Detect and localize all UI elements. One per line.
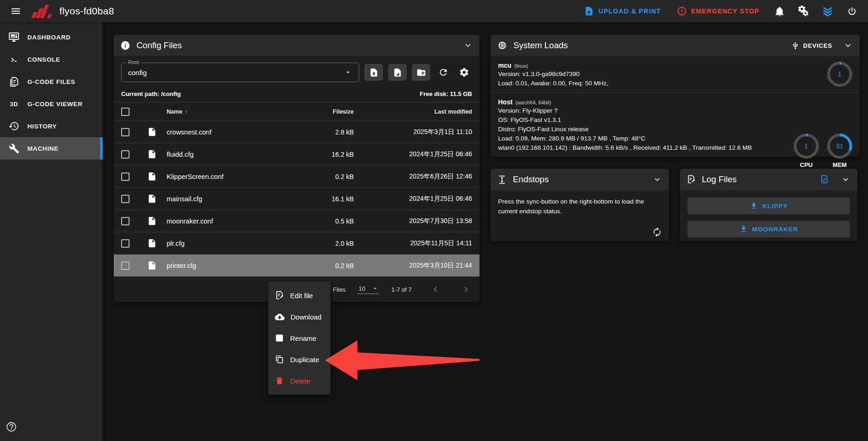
row-checkbox[interactable] <box>121 262 130 270</box>
sidebar-item-gcode-files[interactable]: G-CODE FILES <box>0 70 103 93</box>
log-files-title: Log Files <box>702 174 737 185</box>
sidebar-item-gcode-viewer[interactable]: 3D G-CODE VIEWER <box>0 93 103 115</box>
log-files-header: Log Files <box>680 169 857 190</box>
file-icon <box>147 194 167 204</box>
cloud-download-icon <box>275 312 285 322</box>
table-row[interactable]: mainsail.cfg 16.1 kB 2024年1月25日 06:46 <box>114 188 479 210</box>
sidebar-nav: DASHBOARD CONSOLE G-CODE FILES 3D G-CODE… <box>0 22 103 441</box>
upload-file-button[interactable] <box>364 64 383 81</box>
refresh-button[interactable] <box>435 64 451 81</box>
table-row[interactable]: moonraker.conf 0.5 kB 2025年7月30日 13:58 <box>114 210 479 232</box>
sidebar-item-machine[interactable]: MACHINE <box>0 137 103 160</box>
cpu-gauge: 1 CPU <box>794 134 819 168</box>
table-row-selected[interactable]: printer.cfg 0.2 kB 2025年3月10日 21:44 <box>114 255 479 277</box>
file-icon <box>147 238 167 248</box>
column-filesize[interactable]: Filesize <box>293 109 354 115</box>
host-section: Host(aarch64, 64bit) Version: Fly-Klippe… <box>491 92 860 157</box>
row-checkbox[interactable] <box>121 173 130 181</box>
file-upload-icon <box>584 6 594 16</box>
table-row[interactable]: KlipperScreen.conf 0.2 kB 2025年6月26日 12:… <box>114 166 479 188</box>
sidebar-item-console[interactable]: CONSOLE <box>0 48 103 70</box>
brand-logo-icon <box>32 4 51 18</box>
config-files-title: Config Files <box>136 40 182 51</box>
create-folder-button[interactable] <box>412 64 430 81</box>
table-row[interactable]: crowsnest.conf 2.8 kB 2025年3月1日 11:10 <box>114 121 479 143</box>
sidebar-item-dashboard[interactable]: DASHBOARD <box>0 26 103 48</box>
printer-name-title: flyos-fd0ba8 <box>59 6 114 17</box>
file-edit-icon <box>275 291 284 300</box>
devices-button[interactable]: DEVICES <box>791 42 832 50</box>
row-checkbox[interactable] <box>121 150 130 159</box>
console-icon <box>8 54 20 65</box>
collapse-chevron-icon[interactable] <box>652 174 662 185</box>
select-all-checkbox[interactable] <box>121 108 130 116</box>
download-moonraker-log-button[interactable]: MOONRAKER <box>687 221 850 237</box>
page-next-icon[interactable] <box>461 284 471 294</box>
file-table-header: Name↑ Filesize Last modified <box>114 102 479 121</box>
pagination-range: 1-7 of 7 <box>391 286 412 293</box>
system-loads-panel: System Loads DEVICES mcu(linux) Version:… <box>491 35 860 157</box>
download-klippy-log-button[interactable]: KLIPPY <box>687 198 850 214</box>
file-icon <box>147 149 167 159</box>
mcu-name: mcu <box>498 62 512 69</box>
upload-and-print-button[interactable]: UPLOAD & PRINT <box>578 2 666 20</box>
mem-gauge: 31 MEM <box>827 134 852 168</box>
usb-icon <box>791 42 799 50</box>
settings-cogs-icon[interactable] <box>794 1 813 21</box>
content-copy-icon <box>275 355 284 364</box>
menu-item-edit-file[interactable]: Edit file <box>268 285 330 306</box>
file-refresh-icon[interactable] <box>820 175 829 184</box>
row-checkbox[interactable] <box>121 239 130 248</box>
alert-circle-icon <box>677 6 687 16</box>
layers-stack-icon[interactable] <box>818 1 837 21</box>
free-disk-text: Free disk: 11.5 GB <box>420 90 472 97</box>
history-icon <box>8 121 20 132</box>
row-checkbox[interactable] <box>121 195 130 203</box>
root-select[interactable]: Root config <box>121 63 359 82</box>
info-icon <box>120 40 130 51</box>
emergency-stop-button[interactable]: EMERGENCY STOP <box>671 2 765 20</box>
file-edit-icon <box>687 175 696 184</box>
column-name[interactable]: Name↑ <box>167 109 293 115</box>
config-files-toolbar: Root config <box>114 56 479 87</box>
file-context-menu: Edit file Download Rename Duplicate Dele… <box>268 281 330 395</box>
endstops-message: Press the sync-button on the right-botto… <box>498 198 644 215</box>
collapse-chevron-icon[interactable] <box>843 40 853 51</box>
3d-glyph-icon: 3D <box>8 101 20 108</box>
row-checkbox[interactable] <box>121 217 130 225</box>
page-previous-icon[interactable] <box>430 284 440 294</box>
root-select-label: Root <box>126 59 141 65</box>
column-last-modified[interactable]: Last modified <box>354 109 472 115</box>
collapse-chevron-icon[interactable] <box>463 40 473 51</box>
config-files-panel: Config Files Root config Curre <box>114 35 479 302</box>
help-icon[interactable] <box>6 421 17 433</box>
system-loads-title: System Loads <box>513 40 568 51</box>
endstop-axis-icon <box>497 175 507 185</box>
notifications-bell-icon[interactable] <box>770 1 789 21</box>
menu-item-rename[interactable]: Rename <box>268 327 330 349</box>
per-page-select[interactable]: 10 <box>357 285 379 294</box>
create-file-button[interactable] <box>388 64 407 81</box>
table-row[interactable]: plr.cfg 2.0 kB 2025年11月5日 14:11 <box>114 232 479 255</box>
sync-endstops-icon[interactable] <box>652 227 662 237</box>
trash-icon <box>275 376 284 385</box>
row-checkbox[interactable] <box>121 128 130 136</box>
root-select-value: config <box>128 69 147 77</box>
sidebar-item-history[interactable]: HISTORY <box>0 115 103 137</box>
file-multiple-icon <box>8 77 20 87</box>
menu-icon[interactable] <box>6 2 25 20</box>
select-caret-icon <box>344 68 352 77</box>
endstops-header: Endstops <box>491 169 669 190</box>
collapse-chevron-icon[interactable] <box>841 174 851 185</box>
file-icon <box>147 261 167 270</box>
menu-item-download[interactable]: Download <box>268 306 330 327</box>
monitor-dashboard-icon <box>8 32 20 43</box>
current-path-text: Current path: /config <box>121 90 181 97</box>
power-icon[interactable] <box>842 1 862 21</box>
files-per-page-label: Files <box>333 286 345 293</box>
file-settings-gear-button[interactable] <box>456 64 472 81</box>
menu-item-duplicate[interactable]: Duplicate <box>268 349 330 370</box>
table-row[interactable]: fluidd.cfg 16.2 kB 2024年1月25日 06:46 <box>114 143 479 166</box>
menu-item-delete[interactable]: Delete <box>268 370 330 391</box>
mcu-load-gauge: 1 <box>827 62 852 87</box>
